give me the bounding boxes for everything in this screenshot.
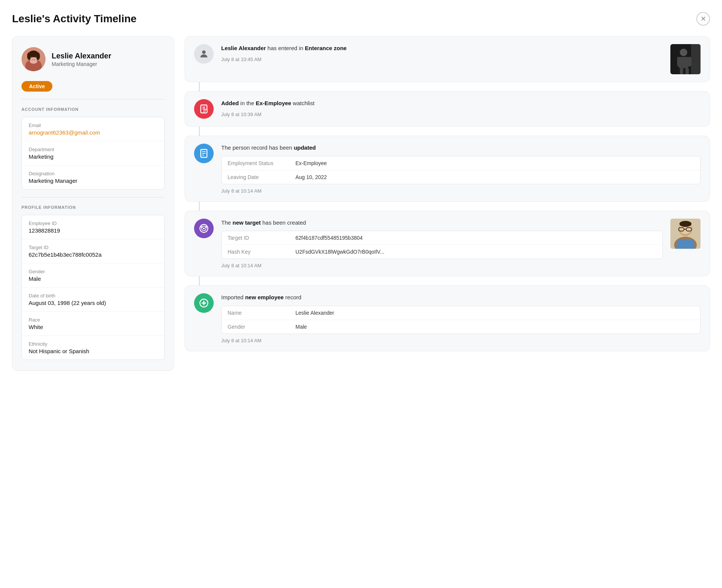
detail-val: Ex-Employee xyxy=(295,160,327,166)
profile-section-label: PROFILE INFORMATION xyxy=(21,205,165,210)
designation-label: Designation xyxy=(29,171,158,176)
timeline-text-entrance: Leslie Alexander has entered in Enteranc… xyxy=(221,44,663,53)
svg-point-7 xyxy=(36,52,40,60)
detail-key: Leaving Date xyxy=(228,174,295,180)
detail-val: Leslie Alexander xyxy=(295,310,334,316)
detail-val: U2FsdGVkX18lWgwkGdO7rB0qoIlV... xyxy=(295,249,384,255)
department-label: Department xyxy=(29,147,158,152)
timeline-content-new-target: The new target has been createdTarget ID… xyxy=(221,219,663,269)
dob-value: August 03, 1998 (22 years old) xyxy=(29,300,158,306)
ethnicity-value: Not Hispanic or Spanish xyxy=(29,348,158,354)
dob-row: Date of birth August 03, 1998 (22 years … xyxy=(22,288,164,312)
svg-point-33 xyxy=(205,226,207,228)
account-section-label: ACCOUNT INFORMATION xyxy=(21,107,165,112)
timeline-text-watchlist: Added in the Ex-Employee watchlist xyxy=(221,99,701,108)
ethnicity-row: Ethnicity Not Hispanic or Spanish xyxy=(22,336,164,360)
timeline-content-entrance: Leslie Alexander has entered in Enteranc… xyxy=(221,44,663,62)
employee-id-value: 1238828819 xyxy=(29,227,158,234)
timeline-time-updated: July 8 at 10:14 AM xyxy=(221,188,701,194)
ethnicity-label: Ethnicity xyxy=(29,341,158,347)
detail-key: Employment Status xyxy=(228,160,295,166)
timeline-connector xyxy=(199,82,200,91)
timeline-time-imported: July 8 at 10:14 AM xyxy=(221,338,701,343)
detail-row: Leaving DateAug 10, 2022 xyxy=(222,170,700,184)
timeline-table-imported: NameLeslie AlexanderGenderMale xyxy=(221,306,701,334)
timeline-thumb-entrance xyxy=(670,44,701,74)
race-label: Race xyxy=(29,317,158,323)
avatar xyxy=(21,47,46,71)
timeline-icon-new-target xyxy=(194,219,214,238)
target-id-label: Target ID xyxy=(29,245,158,250)
detail-val: 62f4b187cdf55485195b3804 xyxy=(295,235,363,241)
timeline-item-updated: The person record has been updatedEmploy… xyxy=(185,136,710,202)
department-value: Marketing xyxy=(29,153,158,160)
timeline-icon-watchlist xyxy=(194,99,214,119)
detail-row: GenderMale xyxy=(222,320,700,334)
timeline-text-imported: Imported new employee record xyxy=(221,293,701,302)
svg-rect-15 xyxy=(677,57,681,66)
page-title: Leslie's Activity Timeline xyxy=(12,13,136,25)
designation-row: Designation Marketing Manager xyxy=(22,165,164,189)
detail-val: Male xyxy=(295,324,307,330)
timeline-time-watchlist: July 8 at 10:39 AM xyxy=(221,112,701,117)
timeline-item-new-target: The new target has been createdTarget ID… xyxy=(185,211,710,277)
gender-value: Male xyxy=(29,276,158,282)
account-info-card: Email arnogrant62363@gmail.com Departmen… xyxy=(21,117,165,190)
timeline-content-imported: Imported new employee recordNameLeslie A… xyxy=(221,293,701,343)
target-id-value: 62c7b5e1b4b3ec788fc0052a xyxy=(29,251,158,258)
timeline-thumb-new-target xyxy=(670,219,701,249)
svg-point-31 xyxy=(203,227,205,229)
close-button[interactable]: ✕ xyxy=(696,12,710,26)
svg-rect-12 xyxy=(691,44,701,74)
employee-id-row: Employee ID 1238828819 xyxy=(22,215,164,239)
main-layout: Leslie Alexander Marketing Manager Activ… xyxy=(12,36,710,371)
email-label: Email xyxy=(29,122,158,128)
svg-rect-18 xyxy=(685,68,689,74)
gender-row: Gender Male xyxy=(22,263,164,288)
timeline-time-entrance: July 8 at 10:45 AM xyxy=(221,57,663,62)
detail-row: Target ID62f4b187cdf55485195b3804 xyxy=(222,231,662,245)
timeline-icon-imported xyxy=(194,293,214,313)
timeline-content-updated: The person record has been updatedEmploy… xyxy=(221,144,701,194)
detail-key: Hash Key xyxy=(228,249,295,255)
detail-val: Aug 10, 2022 xyxy=(295,174,327,180)
race-value: White xyxy=(29,324,158,330)
designation-value: Marketing Manager xyxy=(29,178,158,184)
detail-row: Hash KeyU2FsdGVkX18lWgwkGdO7rB0qoIlV... xyxy=(222,245,662,259)
timeline-time-new-target: July 8 at 10:14 AM xyxy=(221,263,663,268)
profile-name: Leslie Alexander xyxy=(52,52,111,60)
detail-row: NameLeslie Alexander xyxy=(222,306,700,320)
timeline-icon-entrance xyxy=(194,44,214,64)
gender-label: Gender xyxy=(29,269,158,274)
race-row: Race White xyxy=(22,312,164,336)
left-panel: Leslie Alexander Marketing Manager Activ… xyxy=(12,36,174,371)
detail-key: Target ID xyxy=(228,235,295,241)
profile-info-card: Employee ID 1238828819 Target ID 62c7b5e… xyxy=(21,215,165,360)
close-icon: ✕ xyxy=(701,15,706,23)
timeline-connector xyxy=(199,276,200,285)
timeline-table-updated: Employment StatusEx-EmployeeLeaving Date… xyxy=(221,156,701,184)
email-row: Email arnogrant62363@gmail.com xyxy=(22,117,164,141)
employee-id-label: Employee ID xyxy=(29,220,158,226)
timeline-content-watchlist: Added in the Ex-Employee watchlistJuly 8… xyxy=(221,99,701,117)
timeline-item-imported: Imported new employee recordNameLeslie A… xyxy=(185,285,710,351)
svg-point-9 xyxy=(35,56,36,58)
timeline-connector xyxy=(199,202,200,211)
dob-label: Date of birth xyxy=(29,293,158,299)
svg-point-32 xyxy=(201,226,203,228)
timeline-connector xyxy=(199,127,200,136)
page-header: Leslie's Activity Timeline ✕ xyxy=(12,12,710,26)
timeline-item-watchlist: Added in the Ex-Employee watchlistJuly 8… xyxy=(185,91,710,127)
svg-rect-16 xyxy=(688,57,691,66)
svg-point-38 xyxy=(679,221,691,227)
svg-point-8 xyxy=(31,56,32,58)
svg-point-10 xyxy=(202,51,205,54)
detail-key: Name xyxy=(228,310,295,316)
timeline-text-updated: The person record has been updated xyxy=(221,144,701,152)
status-badge: Active xyxy=(21,81,52,92)
email-value: arnogrant62363@gmail.com xyxy=(29,129,158,136)
target-id-row: Target ID 62c7b5e1b4b3ec788fc0052a xyxy=(22,239,164,263)
svg-point-13 xyxy=(680,49,687,56)
divider-1 xyxy=(21,99,165,100)
profile-info: Leslie Alexander Marketing Manager xyxy=(52,52,111,67)
